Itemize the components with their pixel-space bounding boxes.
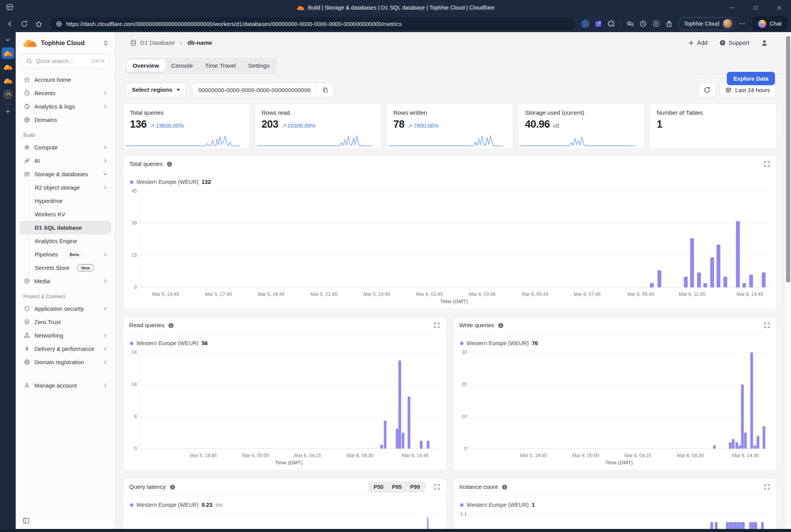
sidebar-item-label: Hyperdrive bbox=[35, 198, 63, 204]
info-icon[interactable] bbox=[168, 322, 174, 329]
svg-text:Mar 5, 19:45: Mar 5, 19:45 bbox=[258, 292, 285, 297]
sidebar-item-compute[interactable]: Compute bbox=[19, 141, 111, 154]
p99-button[interactable]: P99 bbox=[406, 482, 424, 491]
svg-text:24: 24 bbox=[131, 350, 137, 355]
sidebar-item-networking[interactable]: Networking bbox=[19, 329, 111, 342]
sidebar-item-zero-trust[interactable]: Zero Trust bbox=[19, 315, 111, 329]
info-icon[interactable] bbox=[501, 484, 508, 490]
query-latency-chart[interactable] bbox=[125, 510, 443, 529]
add-button[interactable]: Add bbox=[688, 39, 708, 46]
beta-badge: Beta bbox=[66, 251, 83, 258]
expand-icon[interactable] bbox=[763, 161, 770, 167]
workspace-icon[interactable] bbox=[6, 3, 13, 11]
sidebar-item-analytics-engine[interactable]: Analytics Engine bbox=[19, 234, 111, 248]
user-menu-icon[interactable] bbox=[761, 39, 768, 47]
browser-tab-4[interactable] bbox=[2, 89, 15, 100]
minimize-button[interactable] bbox=[720, 0, 744, 15]
p50-button[interactable]: P50 bbox=[370, 482, 388, 491]
expand-icon[interactable] bbox=[763, 322, 770, 329]
sidebar-item-workers-kv[interactable]: Workers KV bbox=[19, 208, 111, 221]
collapse-sidebar-button[interactable] bbox=[16, 517, 115, 529]
sidebar-item-recents[interactable]: Recents bbox=[19, 86, 111, 100]
more-menu-icon[interactable] bbox=[736, 18, 748, 29]
stat-label: Total queries bbox=[130, 109, 243, 116]
close-button[interactable] bbox=[767, 0, 791, 15]
browser-profile-button[interactable]: Tophhie Cloud bbox=[679, 17, 735, 30]
purple-extension-icon[interactable] bbox=[593, 18, 604, 29]
collapse-tabs-icon[interactable] bbox=[2, 34, 15, 45]
onepassword-extension-icon[interactable] bbox=[580, 18, 591, 29]
chevron-right-icon bbox=[102, 144, 108, 150]
capture-icon[interactable] bbox=[650, 18, 662, 29]
back-button[interactable] bbox=[3, 17, 16, 30]
instance-count-card: Instance count Western Europe (WEUR) 1 1… bbox=[453, 478, 777, 529]
sidebar-item-domain-registration[interactable]: Domain registration bbox=[19, 355, 111, 369]
sidebar-item-account-home[interactable]: Account home bbox=[19, 73, 111, 86]
sidebar-item-manage-account[interactable]: Manage account bbox=[19, 379, 111, 392]
browser-tab-2[interactable] bbox=[2, 61, 15, 73]
breadcrumb-section[interactable]: D1 Database bbox=[140, 39, 175, 46]
browser-tab-3[interactable] bbox=[2, 75, 15, 86]
cloudflare-logo bbox=[23, 39, 37, 47]
vertical-tab-strip: + bbox=[0, 32, 16, 532]
sidebar-item-ai[interactable]: AI bbox=[19, 154, 111, 167]
expand-icon[interactable] bbox=[433, 483, 440, 490]
refresh-metrics-button[interactable] bbox=[698, 82, 716, 97]
info-icon[interactable] bbox=[169, 484, 176, 490]
sidebar-item-label: Zero Trust bbox=[34, 319, 60, 325]
copilot-chat-button[interactable]: Chat bbox=[752, 16, 787, 31]
home-button[interactable] bbox=[32, 17, 45, 30]
write-queries-chart[interactable]: 0102030Mar 5, 19:45Mar 6, 00:00Mar 6, 04… bbox=[455, 349, 773, 467]
sidebar-item-pipelines[interactable]: PipelinesBeta bbox=[19, 248, 111, 261]
sidebar-item-secrets-store[interactable]: Secrets StoreNew bbox=[19, 261, 111, 274]
page-scrollbar[interactable] bbox=[785, 32, 791, 529]
tab-time-travel[interactable]: Time Travel bbox=[199, 60, 242, 72]
address-bar[interactable]: https://dash.cloudflare.com/000000000000… bbox=[50, 17, 575, 30]
maximize-button[interactable] bbox=[744, 0, 767, 15]
info-icon[interactable] bbox=[498, 322, 504, 329]
sidebar-item-media[interactable]: Media bbox=[19, 274, 111, 288]
tab-overview[interactable]: Overview bbox=[126, 60, 165, 72]
expand-icon[interactable] bbox=[763, 483, 770, 490]
sidebar-item-r2-object-storage[interactable]: R2 object storage bbox=[19, 181, 111, 194]
copilot-icon bbox=[758, 20, 766, 28]
stat-value: 203 bbox=[262, 118, 279, 130]
window-title: Build | Storage & databases | D1 SQL dat… bbox=[297, 5, 494, 11]
reload-button[interactable] bbox=[18, 17, 31, 30]
tab-console[interactable]: Console bbox=[165, 60, 199, 72]
account-switcher-icon[interactable] bbox=[102, 40, 109, 46]
copy-database-id-button[interactable] bbox=[317, 83, 334, 97]
sidebar-item-analytics-logs[interactable]: Analytics & logs bbox=[19, 100, 111, 113]
p95-button[interactable]: P95 bbox=[387, 482, 406, 491]
sidebar-item-application-security[interactable]: Application security bbox=[19, 302, 111, 315]
quick-search-input[interactable]: Quick search... Ctrl K bbox=[21, 54, 110, 68]
read-queries-chart[interactable]: 081624Mar 5, 19:45Mar 6, 00:00Mar 6, 04:… bbox=[125, 349, 443, 467]
history-icon[interactable] bbox=[637, 18, 649, 29]
sidebar-item-storage-databases[interactable]: Storage & databases bbox=[19, 167, 111, 181]
total-queries-chart[interactable]: 0153045Mar 5, 15:45Mar 5, 17:45Mar 5, 19… bbox=[125, 187, 773, 306]
sidebar-item-hyperdrive[interactable]: Hyperdrive bbox=[19, 194, 111, 208]
storage-icon bbox=[23, 171, 30, 177]
new-tab-button[interactable]: + bbox=[5, 107, 10, 115]
support-button[interactable]: ? Support bbox=[719, 39, 749, 46]
select-regions-dropdown[interactable]: Select regions bbox=[126, 83, 186, 97]
share-icon[interactable] bbox=[663, 18, 675, 29]
sidebar-item-d1-sql-database[interactable]: D1 SQL database bbox=[19, 221, 111, 234]
explore-data-button[interactable]: Explore Data bbox=[727, 72, 775, 85]
sidebar-item-delivery-performance[interactable]: Delivery & performance bbox=[19, 342, 111, 355]
instance-count-chart[interactable]: 1.1 bbox=[455, 510, 773, 529]
trend-up-icon: ↗ bbox=[150, 123, 155, 129]
extensions-puzzle-icon[interactable] bbox=[606, 18, 617, 29]
sidebar-item-domains[interactable]: Domains bbox=[19, 113, 111, 127]
favorites-icon[interactable] bbox=[624, 18, 636, 29]
database-id-value[interactable]: 00000000-0000-0000-0000-000000000000 bbox=[192, 87, 317, 93]
legend-dot bbox=[460, 342, 464, 345]
svg-text:Mar 6, 00:00: Mar 6, 00:00 bbox=[572, 453, 599, 458]
scrollbar-thumb[interactable] bbox=[786, 36, 790, 282]
chart-legend: Western Europe (WEUR) 76 bbox=[453, 334, 776, 347]
expand-icon[interactable] bbox=[433, 322, 440, 329]
info-icon[interactable] bbox=[166, 161, 173, 167]
sidebar-item-label: D1 SQL database bbox=[35, 224, 82, 231]
browser-tab-1-active[interactable] bbox=[2, 47, 15, 59]
tab-settings[interactable]: Settings bbox=[242, 60, 276, 72]
